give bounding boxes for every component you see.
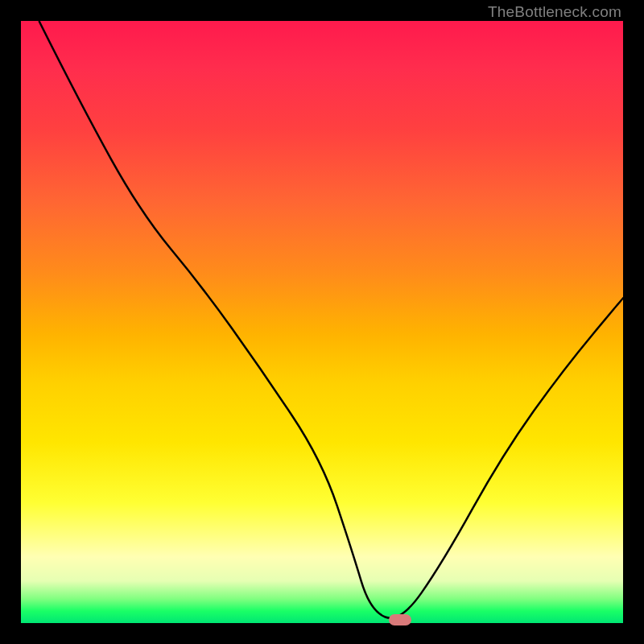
watermark-text: TheBottleneck.com	[488, 3, 621, 21]
optimal-marker	[389, 614, 411, 625]
chart-plot-area	[21, 21, 623, 623]
chart-container: TheBottleneck.com	[0, 0, 644, 644]
